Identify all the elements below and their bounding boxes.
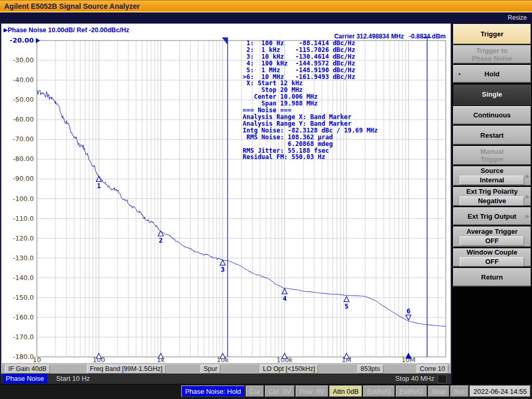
- marker-table-line: 1: 100 Hz -88.1414 dBc/Hz: [243, 40, 378, 47]
- softkey-average-trigger[interactable]: Average TriggerOFF: [453, 227, 531, 247]
- softkey-label: Average Trigger: [467, 228, 518, 235]
- svg-text:-90.00: -90.00: [13, 175, 34, 182]
- softkey-label: Restart: [481, 131, 504, 139]
- trace-scale-label: ▶Phase Noise 10.00dB/ Ref -20.00dBc/Hz: [4, 26, 129, 34]
- submenu-arrow-icon: ▶: [526, 214, 529, 219]
- svg-text:-40.00: -40.00: [13, 76, 34, 84]
- status-points: 853pts: [357, 365, 383, 374]
- bottom-extref1: ExtRef1: [363, 385, 394, 397]
- softkey-label: Phase Noise: [472, 55, 512, 62]
- marker-number: 2: [158, 236, 163, 244]
- softkey-window-couple[interactable]: Window CoupleOFF: [453, 248, 531, 267]
- marker-number: 1: [97, 182, 101, 190]
- carrier-readout: Carrier 312.498834 MHz -0.8834 dBm: [334, 33, 446, 40]
- marker-table-line: RMS Noise: 108.362 µrad: [243, 134, 378, 141]
- softkey-average-trigger-value[interactable]: OFF: [460, 236, 524, 246]
- svg-text:-60.00: -60.00: [13, 115, 34, 123]
- svg-text:-100.0: -100.0: [13, 195, 34, 203]
- svg-text:-180.0: -180.0: [13, 353, 34, 361]
- measurement-status-bar: IF Gain 40dBFreq Band [99M-1.5GHz]SpurLO…: [1, 364, 451, 374]
- submenu-arrow-icon: ▶: [526, 174, 529, 179]
- app-window: Agilent E5052B Signal Source Analyzer Re…: [0, 0, 532, 399]
- marker-triangle: [158, 231, 163, 236]
- softkey-label: Single: [482, 90, 502, 98]
- system-status-cells: Phase Noise: HoldCorCtrl 0VPow 0VAttn 0d…: [180, 385, 530, 397]
- bottom-meas-status: Phase Noise: Hold: [181, 385, 245, 397]
- marker-number: 3: [221, 265, 225, 273]
- bottom-ctrl: Ctrl 0V: [265, 385, 295, 397]
- svg-text:-20.00: -20.00: [9, 36, 34, 44]
- resize-button[interactable]: Resize: [508, 14, 527, 21]
- svg-text:-70.00: -70.00: [13, 135, 34, 143]
- marker-table-line: Analysis Range Y: Band Marker: [243, 121, 378, 127]
- softkey-restart[interactable]: Restart: [453, 126, 531, 145]
- bottom-svc: Svc: [450, 385, 469, 397]
- softkey-ext-trig-output[interactable]: Ext Trig Output▶: [453, 207, 531, 225]
- marker-table-line: Residual FM: 550.03 Hz: [243, 154, 378, 161]
- marker-triangle: [282, 289, 287, 294]
- softkey-label: Trigger to: [476, 47, 508, 55]
- status-lo-opt: LO Opt [<150kHz]: [260, 365, 318, 374]
- svg-text:-170.0: -170.0: [13, 333, 34, 341]
- trace-scale-text: Phase Noise 10.00dB/ Ref -20.00dBc/Hz: [8, 26, 129, 34]
- svg-text:-120.0: -120.0: [13, 234, 34, 242]
- marker-number: 5: [344, 302, 349, 310]
- softkey-label: Ext Trig Output: [468, 212, 516, 220]
- marker-table-line: 5: 1 MHz -148.9190 dBc/Hz: [243, 67, 378, 74]
- svg-text:-30.00: -30.00: [13, 56, 34, 64]
- bottom-cor: Cor: [246, 385, 264, 397]
- softkey-label: Trigger: [481, 155, 503, 163]
- bottom-attn: Attn 0dB: [329, 385, 363, 397]
- bottom-stop: Stop: [428, 385, 449, 397]
- softkey-window-couple-value[interactable]: OFF: [460, 257, 524, 267]
- softkey-return[interactable]: Return: [453, 268, 531, 287]
- status-freq-band: Freq Band [99M-1.5GHz]: [87, 365, 166, 374]
- system-status-bar: Phase Noise: HoldCorCtrl 0VPow 0VAttn 0d…: [0, 384, 532, 399]
- softkey-single[interactable]: Single: [453, 84, 531, 105]
- sweep-stop-label: Stop 40 MHz: [395, 375, 434, 382]
- softkey-sidebar: TriggerTrigger toPhase NoiseHold●SingleC…: [452, 23, 532, 384]
- marker-table-line: Intg Noise: -82.3128 dBc / 19.69 MHz: [243, 127, 378, 134]
- svg-text:-130.0: -130.0: [13, 254, 34, 262]
- softkey-hold[interactable]: Hold●: [453, 65, 531, 83]
- svg-text:-110.0: -110.0: [13, 215, 34, 222]
- trace-arrow-icon: ▶: [4, 27, 8, 33]
- sweep-start-label: Start 10 Hz: [56, 375, 90, 382]
- sweep-bar: Phase Noise Start 10 Hz Stop 40 MHz: [1, 374, 451, 384]
- phase-noise-panel: -20.00-30.00-40.00-50.00-60.00-70.00-80.…: [1, 23, 451, 364]
- softkey-label: Return: [481, 273, 503, 281]
- marker-number: 4: [283, 295, 287, 302]
- grid: [37, 41, 446, 357]
- svg-text:-140.0: -140.0: [13, 274, 34, 282]
- softkey-source[interactable]: SourceInternal▶: [453, 166, 531, 186]
- softkey-trigger-to-phase-noise: Trigger toPhase Noise: [453, 45, 531, 64]
- status-if-gain: IF Gain 40dB: [5, 365, 50, 374]
- softkey-continuous[interactable]: Continuous: [453, 106, 531, 125]
- bottom-pow: Pow 0V: [296, 385, 328, 397]
- softkey-ext-trig-polarity[interactable]: Ext Trig PolarityNegative▶: [453, 187, 531, 206]
- svg-text:-160.0: -160.0: [13, 313, 34, 321]
- trace-tab-phase-noise[interactable]: Phase Noise: [3, 374, 47, 383]
- softkey-source-value[interactable]: Internal: [460, 176, 524, 185]
- softkey-ext-trig-polarity-value[interactable]: Negative: [460, 196, 524, 206]
- status-correlation: Corre 10: [417, 365, 448, 374]
- softkey-label: Manual: [481, 148, 504, 155]
- phase-noise-plot: -20.00-30.00-40.00-50.00-60.00-70.00-80.…: [2, 24, 450, 363]
- softkey-trigger-header: Trigger: [453, 24, 531, 45]
- softkey-label: Trigger: [481, 30, 503, 38]
- softkey-manual-trigger: ManualTrigger: [453, 146, 531, 165]
- bottom-extref2: ExtRef2: [396, 385, 427, 397]
- marker-triangle: [344, 297, 349, 302]
- svg-text:-50.00: -50.00: [13, 96, 34, 103]
- softkey-label: Continuous: [473, 111, 511, 119]
- status-spur: Spur: [201, 365, 220, 374]
- window-title: Agilent E5052B Signal Source Analyzer: [4, 2, 140, 10]
- bottom-datetime: 2022-06-24 14:55: [470, 385, 530, 397]
- marker-table-line: 4: 100 kHz -144.9572 dBc/Hz: [243, 60, 378, 67]
- softkey-label: Source: [481, 167, 503, 175]
- softkey-label: Ext Trig Polarity: [467, 188, 518, 195]
- softkey-label: Window Couple: [467, 248, 517, 256]
- selected-dot-icon: ●: [458, 72, 461, 76]
- marker-table-line: 3: 10 kHz -130.4614 dBc/Hz: [243, 54, 378, 60]
- svg-text:10: 10: [33, 356, 41, 363]
